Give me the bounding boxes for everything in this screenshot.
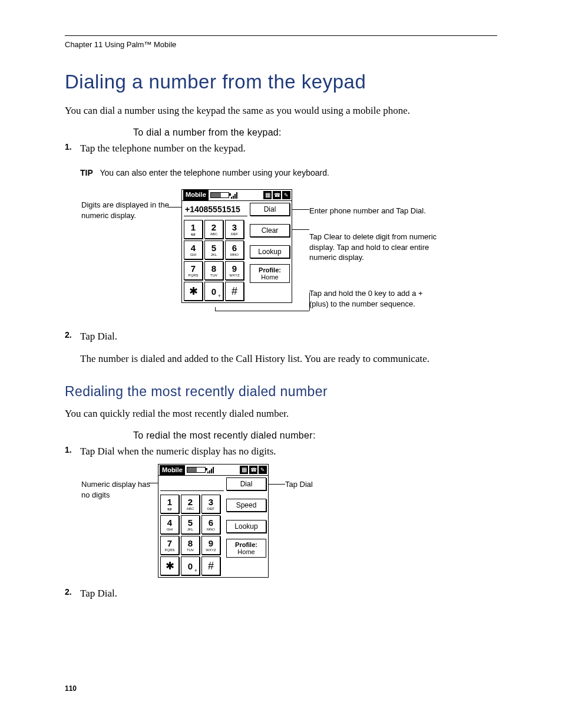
key-6[interactable]: 6MNO [225,241,244,259]
key-star[interactable]: ✱ [184,282,203,301]
running-header: Chapter 11 Using Palm™ Mobile [65,40,176,49]
grid-icon[interactable] [263,191,272,199]
step-item: Tap Dial when the numeric display has no… [65,444,430,577]
step-text: Tap Dial. [80,331,117,342]
procedure-heading: To dial a number from the keypad: [133,127,497,138]
key-4[interactable]: 4GHI [160,515,179,534]
step-item: Tap Dial. The number is dialed and added… [65,330,430,366]
key-6[interactable]: 6MNO [201,515,220,534]
grid-icon[interactable] [240,466,248,474]
dial-button[interactable]: Dial [226,477,266,490]
profile-button[interactable]: Profile: Home [250,264,290,283]
key-8[interactable]: 8TUV [181,536,200,555]
key-star[interactable]: ✱ [160,556,179,575]
key-1[interactable]: 1ᴏ͟ᴏ [160,495,179,513]
key-3[interactable]: 3DEF [201,495,220,513]
paragraph: You can dial a number using the keypad t… [65,104,430,118]
dial-button[interactable]: Dial [250,203,290,216]
palm-device: Mobile +14085551515 1ᴏ͟ [181,189,292,303]
step-body: The number is dialed and added to the Ca… [80,352,430,366]
callout-right: Tap Dial [285,479,356,490]
clear-button[interactable]: Clear [250,224,290,237]
key-9[interactable]: 9WXYZ [201,536,220,555]
signal-icon [231,192,239,199]
profile-button[interactable]: Profile: Home [226,539,266,558]
callout-clear: Tap Clear to delete digit from numeric d… [309,232,439,263]
paragraph: You can quickly redial the most recently… [65,407,430,421]
key-8[interactable]: 8TUV [204,261,223,280]
phone-icon[interactable] [249,466,257,474]
tip-text: You can also enter the telephone number … [100,168,329,177]
battery-icon [187,467,206,473]
key-4[interactable]: 4GHI [184,241,203,259]
h2-subsection-title: Redialing the most recently dialed numbe… [65,384,497,400]
procedure-heading: To redial the most recently dialed numbe… [133,430,497,441]
speed-button[interactable]: Speed [226,499,266,512]
key-2[interactable]: 2ABC [181,495,200,513]
step-text: Tap the telephone number on the keypad. [80,143,246,154]
phone-icon[interactable] [273,191,281,199]
step-text: Tap Dial when the numeric display has no… [80,446,276,457]
key-0[interactable]: 0+ [204,282,223,301]
battery-icon [210,192,229,198]
numeric-display: +14085551515 [184,203,247,216]
key-5[interactable]: 5JKL [204,241,223,259]
key-hash[interactable]: # [201,556,220,575]
key-9[interactable]: 9WXYZ [225,261,244,280]
key-5[interactable]: 5JKL [181,515,200,534]
key-0[interactable]: 0+ [181,556,200,575]
step-text: Tap Dial. [80,588,117,599]
palm-device: Mobile 1ᴏ͟ᴏ [158,464,269,578]
key-2[interactable]: 2ABC [204,220,223,239]
page-number: 110 [65,684,77,693]
key-1[interactable]: 1ᴏ͟ᴏ [184,220,203,239]
signal-icon [207,466,216,473]
step-item: Tap Dial. [65,587,430,601]
app-label: Mobile [183,190,209,200]
key-hash[interactable]: # [225,282,244,301]
callout-left: Digits are displayed in the numeric disp… [81,200,170,220]
callout-left: Numeric display has no digits [81,479,158,500]
tip-label: TIP [80,168,93,177]
app-label: Mobile [160,465,185,475]
callout-dial: Enter phone number and Tap Dial. [309,206,439,216]
note-icon[interactable] [259,466,267,474]
key-7[interactable]: 7PQRS [160,536,179,555]
key-7[interactable]: 7PQRS [184,261,203,280]
lookup-button[interactable]: Lookup [250,245,290,258]
key-3[interactable]: 3DEF [225,220,244,239]
numeric-display [160,477,224,491]
note-icon[interactable] [282,191,290,199]
callout-zero: Tap and hold the 0 key to add a + (plus)… [309,288,439,309]
h1-section-title: Dialing a number from the keypad [65,71,497,93]
lookup-button[interactable]: Lookup [226,520,266,533]
step-item: Tap the telephone number on the keypad. … [65,141,430,319]
